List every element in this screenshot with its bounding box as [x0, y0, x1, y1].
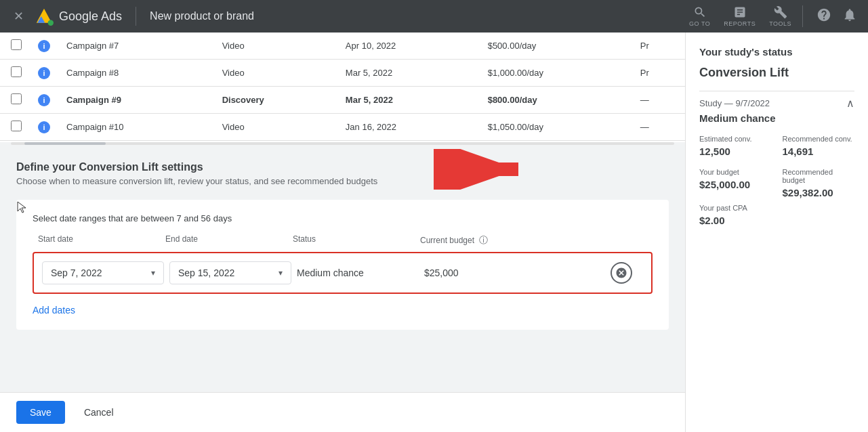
svg-point-1 [48, 20, 54, 26]
campaign-date: Mar 5, 2022 [337, 60, 480, 87]
campaigns-table: i Campaign #7 Video Apr 10, 2022 $500.00… [0, 33, 685, 141]
recommended-budget-item: Recommended budget $29,382.00 [783, 168, 855, 198]
save-button[interactable]: Save [16, 401, 65, 424]
study-date-row: Study — 9/7/2022 ∧ [699, 97, 854, 110]
campaigns-table-section: i Campaign #7 Video Apr 10, 2022 $500.00… [0, 33, 685, 148]
recommended-conv-label: Recommended conv. [783, 135, 855, 143]
close-circle-icon [615, 267, 627, 279]
info-icon[interactable]: i [38, 40, 50, 52]
goto-label: GO TO [689, 20, 710, 27]
tools-label: TOOLS [769, 20, 791, 27]
start-date-chevron-icon: ▾ [151, 268, 155, 278]
remove-date-button[interactable] [611, 262, 632, 284]
campaign-9-checkbox[interactable] [11, 93, 22, 104]
settings-title: Define your Conversion Lift settings [16, 161, 669, 173]
your-budget-value: $25,000.00 [699, 179, 772, 190]
campaign-date: Mar 5, 2022 [337, 87, 480, 114]
start-date-select[interactable]: Sep 7, 2022 ▾ [42, 261, 164, 284]
your-budget-label: Your budget [699, 168, 772, 176]
campaign-type: Video [214, 60, 337, 87]
estimated-conv-item: Estimated conv. 12,500 [699, 135, 772, 157]
reports-nav-item[interactable]: REPORTS [724, 5, 756, 27]
start-date-value: Sep 7, 2022 [51, 267, 102, 278]
campaign-status: Pr [632, 60, 685, 87]
nav-right-section: GO TO REPORTS TOOLS [689, 5, 857, 27]
recommended-conv-value: 14,691 [783, 146, 855, 157]
goto-nav-item[interactable]: GO TO [689, 5, 710, 27]
campaign-type: Video [214, 33, 337, 60]
campaign-date: Apr 10, 2022 [337, 33, 480, 60]
close-button[interactable]: ✕ [11, 6, 26, 26]
campaign-name: Campaign #10 [58, 114, 214, 141]
tools-icon [774, 5, 787, 19]
left-content: i Campaign #7 Video Apr 10, 2022 $500.00… [0, 33, 685, 432]
campaign-10-checkbox[interactable] [11, 121, 22, 131]
date-row: Sep 7, 2022 ▾ Sep 15, 2022 ▾ Medium chan… [37, 256, 648, 290]
help-icon-small: ⓘ [479, 235, 488, 245]
end-date-header: End date [165, 234, 287, 246]
bottom-bar: Save Cancel [0, 392, 685, 432]
app-name: Google Ads [59, 9, 122, 24]
tools-nav-item[interactable]: TOOLS [769, 5, 791, 27]
top-navigation: ✕ Google Ads New product or brand GO TO … [0, 0, 868, 33]
campaign-status: — [632, 87, 685, 114]
main-layout: i Campaign #7 Video Apr 10, 2022 $500.00… [0, 33, 868, 432]
campaign-name: Campaign #9 [58, 87, 214, 114]
info-icon[interactable]: i [38, 121, 50, 133]
campaign-budget: $500.00/day [480, 33, 632, 60]
status-cell: Medium chance [297, 267, 419, 278]
estimated-conv-value: 12,500 [699, 146, 772, 157]
notifications-icon[interactable] [842, 7, 857, 25]
scrollbar-thumb [24, 142, 106, 145]
end-date-chevron-icon: ▾ [278, 268, 283, 278]
page-title: New product or brand [150, 10, 254, 22]
campaign-7-checkbox[interactable] [11, 39, 22, 50]
chevron-up-icon[interactable]: ∧ [846, 97, 854, 110]
nav-divider [136, 7, 136, 26]
start-date-header: Start date [38, 234, 160, 246]
nav-icon-group: GO TO REPORTS TOOLS [689, 5, 803, 27]
settings-content: Select date ranges that are between 7 an… [16, 200, 669, 330]
search-icon [693, 5, 707, 19]
date-range-note: Select date ranges that are between 7 an… [33, 213, 653, 223]
study-chance: Medium chance [699, 112, 854, 124]
campaign-8-checkbox[interactable] [11, 66, 22, 77]
campaign-type: Video [214, 114, 337, 141]
past-cpa-value: $2.00 [699, 215, 854, 226]
past-cpa-item: Your past CPA $2.00 [699, 204, 854, 226]
end-date-select[interactable]: Sep 15, 2022 ▾ [169, 261, 291, 284]
cancel-button[interactable]: Cancel [73, 401, 125, 424]
past-cpa-label: Your past CPA [699, 204, 854, 212]
info-icon[interactable]: i [38, 67, 50, 79]
reports-icon [733, 5, 747, 19]
campaign-name: Campaign #8 [58, 60, 214, 87]
settings-section: Define your Conversion Lift settings Cho… [0, 148, 685, 432]
campaign-budget: $800.00/day [480, 87, 632, 114]
table-row: i Campaign #8 Video Mar 5, 2022 $1,000.0… [0, 60, 685, 87]
table-header: Start date End date Status Current budge… [33, 234, 653, 246]
campaign-status: Pr [632, 33, 685, 60]
google-ads-logo-icon [35, 7, 54, 26]
conversion-lift-title: Conversion Lift [699, 66, 854, 80]
date-row-wrapper: Sep 7, 2022 ▾ Sep 15, 2022 ▾ Medium chan… [33, 252, 653, 294]
stats-grid: Estimated conv. 12,500 Recommended conv.… [699, 135, 854, 198]
campaign-status: — [632, 114, 685, 141]
recommended-budget-value: $29,382.00 [783, 187, 855, 198]
table-row: i Campaign #10 Video Jan 16, 2022 $1,050… [0, 114, 685, 141]
help-icon[interactable] [817, 7, 831, 25]
campaign-budget: $1,000.00/day [480, 60, 632, 87]
table-row: i Campaign #7 Video Apr 10, 2022 $500.00… [0, 33, 685, 60]
table-row: i Campaign #9 Discovery Mar 5, 2022 $800… [0, 87, 685, 114]
action-header [615, 234, 647, 246]
study-status-title: Your study's status [699, 46, 854, 58]
add-dates-link[interactable]: Add dates [33, 305, 75, 316]
scrollbar-track [11, 142, 674, 145]
campaign-name: Campaign #7 [58, 33, 214, 60]
settings-subtitle: Choose when to measure conversion lift, … [16, 176, 669, 186]
info-icon[interactable]: i [38, 94, 50, 106]
budget-cell: $25,000 [424, 267, 605, 278]
recommended-budget-label: Recommended budget [783, 168, 855, 184]
end-date-value: Sep 15, 2022 [178, 267, 234, 278]
status-header: Status [293, 234, 415, 246]
nav-action-icons [817, 7, 857, 25]
